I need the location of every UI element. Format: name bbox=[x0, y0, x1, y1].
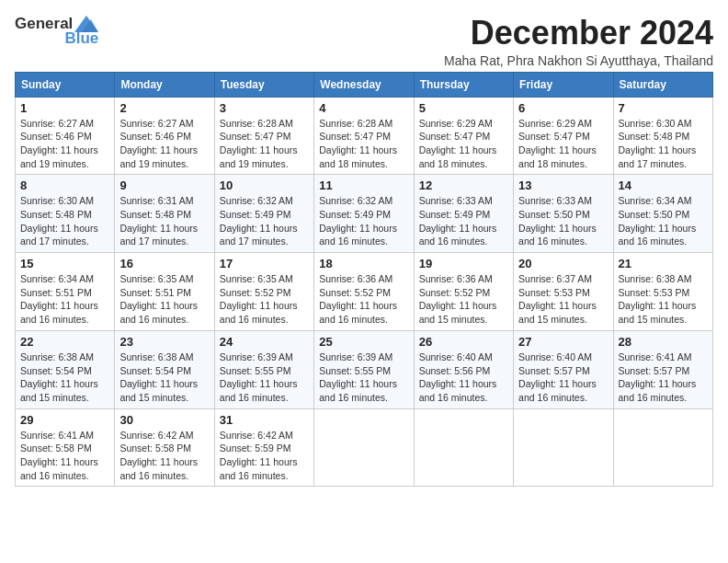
day-number: 11 bbox=[319, 178, 408, 192]
daylight-label: Daylight: 11 hours and 16 minutes. bbox=[419, 378, 497, 403]
daylight-label: Daylight: 11 hours and 19 minutes. bbox=[220, 144, 298, 169]
sunset-label: Sunset: 5:47 PM bbox=[419, 131, 491, 142]
sunset-label: Sunset: 5:48 PM bbox=[20, 209, 92, 220]
daylight-label: Daylight: 11 hours and 16 minutes. bbox=[20, 456, 98, 481]
calendar-day-cell: 18 Sunrise: 6:36 AM Sunset: 5:52 PM Dayl… bbox=[314, 253, 414, 331]
sunrise-label: Sunrise: 6:41 AM bbox=[619, 351, 692, 362]
calendar-day-cell bbox=[514, 408, 613, 487]
calendar-day-cell: 26 Sunrise: 6:40 AM Sunset: 5:56 PM Dayl… bbox=[414, 330, 513, 408]
sunset-label: Sunset: 5:50 PM bbox=[518, 209, 590, 220]
day-number: 25 bbox=[319, 335, 408, 349]
day-info: Sunrise: 6:34 AM Sunset: 5:51 PM Dayligh… bbox=[20, 272, 109, 327]
calendar-day-cell: 21 Sunrise: 6:38 AM Sunset: 5:53 PM Dayl… bbox=[613, 253, 712, 331]
calendar-day-cell: 12 Sunrise: 6:33 AM Sunset: 5:49 PM Dayl… bbox=[414, 175, 513, 253]
daylight-label: Daylight: 11 hours and 15 minutes. bbox=[119, 378, 198, 403]
sunrise-label: Sunrise: 6:39 AM bbox=[319, 351, 392, 362]
day-info: Sunrise: 6:34 AM Sunset: 5:50 PM Dayligh… bbox=[619, 194, 708, 248]
day-number: 16 bbox=[119, 257, 209, 270]
sunrise-label: Sunrise: 6:33 AM bbox=[518, 195, 592, 206]
day-number: 30 bbox=[119, 413, 209, 427]
calendar-day-cell bbox=[314, 408, 414, 487]
calendar-day-cell: 1 Sunrise: 6:27 AM Sunset: 5:46 PM Dayli… bbox=[16, 97, 115, 175]
sunset-label: Sunset: 5:57 PM bbox=[619, 365, 690, 376]
sunset-label: Sunset: 5:49 PM bbox=[419, 209, 491, 220]
sunrise-label: Sunrise: 6:27 AM bbox=[20, 118, 94, 129]
calendar-day-cell: 20 Sunrise: 6:37 AM Sunset: 5:53 PM Dayl… bbox=[514, 253, 613, 331]
day-number: 2 bbox=[119, 101, 209, 115]
calendar-day-cell: 25 Sunrise: 6:39 AM Sunset: 5:55 PM Dayl… bbox=[314, 330, 414, 408]
logo: General Blue bbox=[15, 15, 98, 48]
daylight-label: Daylight: 11 hours and 18 minutes. bbox=[518, 144, 597, 169]
daylight-label: Daylight: 11 hours and 16 minutes. bbox=[119, 300, 198, 325]
sunrise-label: Sunrise: 6:34 AM bbox=[619, 195, 692, 206]
day-info: Sunrise: 6:36 AM Sunset: 5:52 PM Dayligh… bbox=[319, 272, 408, 327]
sunrise-label: Sunrise: 6:40 AM bbox=[419, 351, 493, 362]
day-info: Sunrise: 6:32 AM Sunset: 5:49 PM Dayligh… bbox=[319, 194, 408, 248]
day-info: Sunrise: 6:38 AM Sunset: 5:53 PM Dayligh… bbox=[619, 272, 708, 327]
sunrise-label: Sunrise: 6:28 AM bbox=[220, 118, 293, 129]
sunrise-label: Sunrise: 6:29 AM bbox=[419, 118, 493, 129]
day-number: 27 bbox=[518, 335, 608, 349]
calendar-day-cell: 6 Sunrise: 6:29 AM Sunset: 5:47 PM Dayli… bbox=[514, 97, 613, 175]
sunrise-label: Sunrise: 6:41 AM bbox=[20, 430, 94, 441]
sunset-label: Sunset: 5:50 PM bbox=[619, 209, 690, 220]
day-number: 6 bbox=[518, 101, 608, 115]
calendar-day-cell: 19 Sunrise: 6:36 AM Sunset: 5:52 PM Dayl… bbox=[414, 253, 513, 331]
daylight-label: Daylight: 11 hours and 16 minutes. bbox=[518, 378, 597, 403]
calendar-day-cell bbox=[414, 408, 513, 487]
sunset-label: Sunset: 5:59 PM bbox=[220, 442, 291, 454]
sunrise-label: Sunrise: 6:29 AM bbox=[518, 118, 592, 129]
calendar-day-cell: 16 Sunrise: 6:35 AM Sunset: 5:51 PM Dayl… bbox=[115, 253, 214, 331]
daylight-label: Daylight: 11 hours and 16 minutes. bbox=[319, 223, 397, 247]
calendar-day-cell: 17 Sunrise: 6:35 AM Sunset: 5:52 PM Dayl… bbox=[214, 253, 313, 331]
daylight-label: Daylight: 11 hours and 16 minutes. bbox=[319, 300, 397, 325]
sunset-label: Sunset: 5:47 PM bbox=[518, 131, 590, 142]
day-number: 18 bbox=[319, 257, 408, 270]
sunset-label: Sunset: 5:53 PM bbox=[619, 287, 690, 298]
sunrise-label: Sunrise: 6:30 AM bbox=[20, 195, 94, 206]
day-info: Sunrise: 6:30 AM Sunset: 5:48 PM Dayligh… bbox=[20, 194, 109, 248]
daylight-label: Daylight: 11 hours and 15 minutes. bbox=[419, 300, 497, 325]
calendar-week-row: 1 Sunrise: 6:27 AM Sunset: 5:46 PM Dayli… bbox=[16, 97, 713, 175]
day-number: 29 bbox=[20, 413, 109, 427]
calendar-day-cell: 4 Sunrise: 6:28 AM Sunset: 5:47 PM Dayli… bbox=[314, 97, 414, 175]
calendar-day-cell: 2 Sunrise: 6:27 AM Sunset: 5:46 PM Dayli… bbox=[115, 97, 214, 175]
sunset-label: Sunset: 5:51 PM bbox=[20, 287, 92, 298]
weekday-header-cell: Tuesday bbox=[214, 72, 313, 97]
day-number: 22 bbox=[20, 335, 109, 349]
sunset-label: Sunset: 5:47 PM bbox=[319, 131, 391, 142]
calendar-table: SundayMondayTuesdayWednesdayThursdayFrid… bbox=[15, 72, 713, 488]
calendar-day-cell: 30 Sunrise: 6:42 AM Sunset: 5:58 PM Dayl… bbox=[115, 408, 214, 487]
calendar-day-cell: 13 Sunrise: 6:33 AM Sunset: 5:50 PM Dayl… bbox=[514, 175, 613, 253]
day-info: Sunrise: 6:28 AM Sunset: 5:47 PM Dayligh… bbox=[220, 117, 309, 171]
sunset-label: Sunset: 5:55 PM bbox=[220, 365, 291, 376]
calendar-day-cell: 5 Sunrise: 6:29 AM Sunset: 5:47 PM Dayli… bbox=[414, 97, 513, 175]
logo-blue: Blue bbox=[64, 29, 98, 48]
daylight-label: Daylight: 11 hours and 15 minutes. bbox=[20, 378, 98, 403]
header-area: General Blue December 2024 Maha Rat, Phr… bbox=[15, 15, 713, 68]
sunrise-label: Sunrise: 6:38 AM bbox=[619, 273, 692, 284]
sunrise-label: Sunrise: 6:40 AM bbox=[518, 351, 592, 362]
calendar-week-row: 29 Sunrise: 6:41 AM Sunset: 5:58 PM Dayl… bbox=[16, 408, 713, 487]
daylight-label: Daylight: 11 hours and 16 minutes. bbox=[319, 378, 397, 403]
daylight-label: Daylight: 11 hours and 17 minutes. bbox=[119, 223, 198, 247]
daylight-label: Daylight: 11 hours and 19 minutes. bbox=[20, 144, 98, 169]
day-number: 8 bbox=[20, 178, 109, 192]
day-number: 23 bbox=[119, 335, 209, 349]
calendar-day-cell bbox=[613, 408, 712, 487]
daylight-label: Daylight: 11 hours and 17 minutes. bbox=[220, 223, 298, 247]
page-container: General Blue December 2024 Maha Rat, Phr… bbox=[15, 15, 713, 487]
day-number: 28 bbox=[619, 335, 708, 349]
sunrise-label: Sunrise: 6:34 AM bbox=[20, 273, 94, 284]
sunrise-label: Sunrise: 6:36 AM bbox=[419, 273, 493, 284]
daylight-label: Daylight: 11 hours and 18 minutes. bbox=[319, 144, 397, 169]
calendar-week-row: 8 Sunrise: 6:30 AM Sunset: 5:48 PM Dayli… bbox=[16, 175, 713, 253]
weekday-header-cell: Wednesday bbox=[314, 72, 414, 97]
day-info: Sunrise: 6:37 AM Sunset: 5:53 PM Dayligh… bbox=[518, 272, 608, 327]
sunset-label: Sunset: 5:54 PM bbox=[20, 365, 92, 376]
calendar-week-row: 22 Sunrise: 6:38 AM Sunset: 5:54 PM Dayl… bbox=[16, 330, 713, 408]
weekday-header-cell: Sunday bbox=[16, 72, 115, 97]
day-number: 13 bbox=[518, 178, 608, 192]
sunrise-label: Sunrise: 6:32 AM bbox=[220, 195, 293, 206]
daylight-label: Daylight: 11 hours and 16 minutes. bbox=[220, 300, 298, 325]
